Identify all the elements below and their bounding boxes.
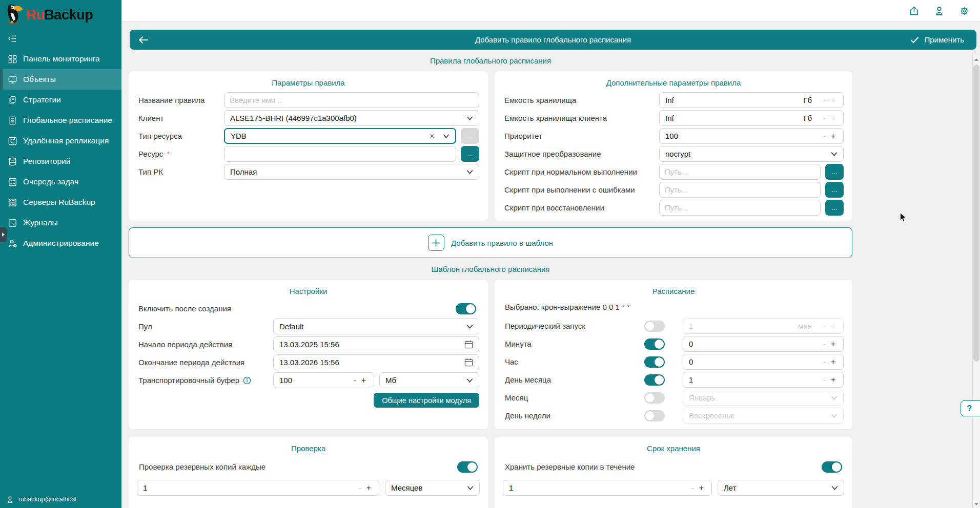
add-rule-to-template-button[interactable]: Добавить правило в шаблон: [129, 227, 852, 258]
verification-interval-value: 1: [143, 483, 356, 492]
help-button[interactable]: ?: [961, 400, 980, 416]
day-of-month-toggle[interactable]: [644, 374, 665, 386]
end-period-input[interactable]: 13.03.2026 15:56: [273, 354, 479, 370]
settings-gear-icon[interactable]: [959, 6, 970, 16]
pool-select[interactable]: Default: [273, 319, 479, 334]
transport-buffer-unit-select[interactable]: Мб: [379, 372, 479, 388]
export-icon[interactable]: [909, 6, 920, 16]
decrement-button: -: [820, 96, 829, 105]
apply-button[interactable]: Применить: [907, 35, 976, 45]
rule-name-input[interactable]: [224, 92, 479, 108]
collapse-sidebar-icon[interactable]: [0, 27, 121, 45]
minute-input[interactable]: 0 - +: [683, 336, 844, 352]
sidebar-expand-handle[interactable]: [0, 227, 7, 242]
start-period-input[interactable]: 13.03.2025 15:56: [273, 336, 479, 352]
increment-button: +: [829, 114, 838, 123]
decrement-button[interactable]: -: [688, 483, 697, 493]
resource-input[interactable]: [224, 146, 456, 162]
decrement-button[interactable]: -: [820, 132, 829, 141]
periodic-run-value: 1: [689, 322, 798, 330]
sidebar-item-task-queue[interactable]: Очередь задач: [0, 172, 121, 192]
retention-unit-select[interactable]: Лет: [718, 480, 844, 496]
script-normal-browse-button[interactable]: ...: [825, 164, 844, 180]
script-restore-input[interactable]: [659, 200, 821, 216]
periodic-run-input: 1 мин - +: [683, 318, 844, 334]
periodic-run-label: Периодический запуск: [505, 322, 644, 330]
decrement-button[interactable]: -: [356, 483, 364, 493]
scrollbar-thumb[interactable]: [973, 65, 979, 362]
sidebar-item-dashboard[interactable]: Панель мониторинга: [0, 49, 121, 69]
enable-after-create-toggle[interactable]: [456, 303, 476, 314]
transport-buffer-input[interactable]: 100 - +: [273, 372, 374, 388]
resource-type-label: Тип ресурса: [138, 132, 224, 140]
verification-toggle[interactable]: [457, 461, 478, 473]
scroll-down-button[interactable]: [973, 500, 980, 508]
script-normal-input[interactable]: [659, 164, 821, 180]
increment-button[interactable]: +: [697, 483, 706, 493]
crypt-select[interactable]: nocrypt: [659, 146, 844, 162]
increment-button[interactable]: +: [829, 340, 838, 349]
decrement-button[interactable]: -: [351, 376, 359, 385]
template-section-title: Шаблон глобального расписания: [129, 265, 852, 273]
increment-button[interactable]: +: [829, 132, 838, 141]
sidebar-menu: Панель мониторинга Объекты Стратегии: [0, 49, 121, 253]
sidebar-item-journals[interactable]: log Журналы: [0, 213, 121, 233]
resource-browse-button[interactable]: ...: [461, 146, 479, 162]
decrement-button[interactable]: -: [820, 340, 829, 349]
increment-button[interactable]: +: [829, 375, 838, 385]
sidebar-item-repository[interactable]: Репозиторий: [0, 151, 121, 172]
resource-label: Ресурс*: [138, 150, 224, 158]
user-icon[interactable]: [934, 6, 945, 16]
rule-params-title: Параметры правила: [129, 71, 488, 92]
start-period-label: Начало периода действия: [138, 340, 273, 349]
sidebar-item-strategies[interactable]: Стратегии: [0, 90, 121, 110]
required-asterisk: *: [167, 150, 170, 158]
hour-toggle[interactable]: [644, 356, 665, 368]
back-button[interactable]: [130, 30, 157, 50]
script-restore-label: Скрипт при восстановлении: [504, 203, 659, 212]
backup-type-select[interactable]: Полная: [224, 164, 479, 180]
retention-toggle[interactable]: [822, 461, 842, 473]
module-settings-button[interactable]: Общие настройки модуля: [374, 393, 479, 408]
backup-type-value: Полная: [230, 167, 466, 176]
increment-button[interactable]: +: [364, 483, 373, 493]
priority-input[interactable]: 100 - +: [659, 128, 844, 144]
verification-title: Проверка: [129, 437, 488, 458]
sidebar-item-objects[interactable]: Объекты: [0, 69, 121, 90]
sidebar-item-remote-replication[interactable]: Удалённая репликация: [0, 131, 121, 151]
verification-interval-input[interactable]: 1 - +: [137, 480, 379, 496]
periodic-run-toggle[interactable]: [644, 321, 665, 332]
sidebar-user[interactable]: rubackup@localhost: [0, 491, 121, 508]
script-restore-browse-button[interactable]: ...: [825, 200, 844, 216]
verification-unit-select[interactable]: Месяцев: [385, 480, 480, 496]
apply-label: Применить: [924, 35, 964, 44]
decrement-button[interactable]: -: [820, 375, 829, 385]
hour-input[interactable]: 0 - +: [683, 354, 844, 370]
client-capacity-input[interactable]: Inf Гб - +: [659, 110, 844, 126]
client-select[interactable]: ALSE175-BHRI (446997c1a300afb0): [224, 110, 479, 126]
day-of-week-toggle[interactable]: [644, 410, 665, 421]
retention-interval-input[interactable]: 1 - +: [503, 480, 712, 496]
script-error-browse-button[interactable]: ...: [825, 182, 844, 198]
transport-buffer-unit: Мб: [385, 376, 466, 385]
decrement-button[interactable]: -: [820, 357, 829, 367]
increment-button[interactable]: +: [359, 376, 368, 385]
sidebar-item-global-schedule[interactable]: Глобальное расписание: [0, 110, 121, 131]
storage-capacity-input[interactable]: Inf Гб - +: [659, 92, 844, 108]
increment-button: +: [829, 322, 838, 331]
minute-toggle[interactable]: [644, 338, 665, 350]
scroll-up-button[interactable]: [973, 55, 980, 64]
day-of-month-input[interactable]: 1 - +: [683, 372, 844, 388]
cron-expression-text: Выбрано: крон-выражение 0 0 1 * *: [505, 303, 842, 311]
clear-icon[interactable]: ×: [430, 132, 435, 140]
sidebar-item-servers[interactable]: Серверы RuBackup: [0, 192, 121, 213]
month-toggle[interactable]: [644, 392, 665, 404]
sidebar-item-label: Журналы: [23, 218, 58, 227]
script-error-input[interactable]: [659, 182, 821, 198]
info-icon: [243, 376, 251, 385]
increment-button[interactable]: +: [829, 357, 838, 367]
sidebar-item-administration[interactable]: Администрирование: [0, 233, 121, 253]
vertical-scrollbar[interactable]: [972, 55, 980, 508]
resource-type-select[interactable]: YDB ×: [224, 128, 456, 144]
brand-ru: Ru: [26, 7, 44, 23]
